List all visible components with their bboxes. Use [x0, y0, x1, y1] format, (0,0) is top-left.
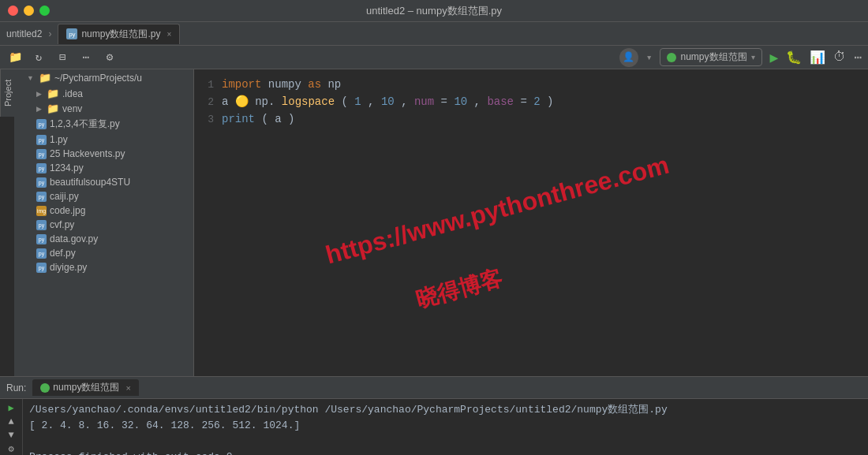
- code-line-3: 3 print ( a ): [194, 110, 868, 128]
- settings-btn[interactable]: ⚙: [101, 49, 118, 66]
- watermark-url: https://www.pythonthree.com: [323, 151, 672, 270]
- project-panel-tab[interactable]: Project: [0, 69, 14, 117]
- debug-button[interactable]: 🐛: [786, 50, 802, 65]
- file-label-7: cvf.py: [50, 219, 74, 230]
- np-ref: np.: [255, 95, 275, 108]
- run-tab-status-icon: [40, 383, 50, 393]
- file-label-5: caiji.py: [50, 191, 79, 202]
- py-file-icon: py: [66, 28, 77, 39]
- tab-close-icon[interactable]: ×: [166, 30, 171, 39]
- main-area: Project ▼ 📁 ~/PycharmProjects/u ▶ 📁 .ide…: [0, 69, 868, 376]
- code-content-2: a 🟡 np. logspace ( 1 , 10 , num = 10 , b…: [222, 93, 553, 110]
- idea-chevron-icon: ▶: [36, 90, 42, 98]
- user-dropdown-arrow[interactable]: ▾: [646, 51, 653, 64]
- sidebar-root-folder[interactable]: ▼ 📁 ~/PycharmProjects/u: [14, 69, 193, 86]
- code-content-3: print ( a ): [222, 110, 294, 128]
- line-num-2: 2: [194, 94, 222, 111]
- root-folder-icon: 📁: [39, 72, 51, 84]
- run-panel-header: Run: numpy数组范围 ×: [0, 377, 868, 399]
- root-chevron-icon: ▼: [27, 74, 34, 82]
- py-icon-2: py: [36, 149, 47, 159]
- py-icon-3: py: [36, 163, 47, 173]
- run-play-button[interactable]: ▶: [770, 49, 779, 66]
- more-btn[interactable]: ⋯: [77, 49, 95, 66]
- output-line-3: Process finished with exit code 0: [29, 449, 862, 455]
- run-config-label: numpy数组范围: [680, 50, 746, 64]
- sync-btn[interactable]: ↻: [30, 49, 47, 66]
- sidebar-item-file-8[interactable]: py data.gov.py: [14, 232, 193, 246]
- sidebar-item-file-0[interactable]: py 1,2,3,4不重复.py: [14, 116, 193, 132]
- run-controls: 👤 ▾ numpy数组范围 ▾ ▶ 🐛 📊 ⏱ ⋯: [619, 48, 862, 67]
- venv-folder-icon: 📁: [47, 103, 59, 114]
- run-config-dropdown[interactable]: numpy数组范围 ▾: [660, 48, 761, 66]
- file-label-2: 25 Hackevents.py: [50, 148, 125, 159]
- sidebar-item-file-4[interactable]: py beautifulsoup4STU: [14, 175, 193, 189]
- root-folder-label: ~/PycharmProjects/u: [54, 73, 142, 84]
- user-icon[interactable]: 👤: [619, 48, 638, 67]
- file-label-3: 1234.py: [50, 162, 84, 173]
- py-icon-8: py: [36, 234, 47, 244]
- print-open: (: [261, 113, 268, 125]
- run-again-button[interactable]: ▶: [3, 402, 19, 414]
- param-num: num: [414, 95, 434, 108]
- py-icon-7: py: [36, 220, 47, 230]
- settings-run-button[interactable]: ⚙: [3, 443, 19, 455]
- scroll-up-button[interactable]: ▲: [3, 416, 19, 427]
- file-label-8: data.gov.py: [50, 233, 98, 244]
- code-line-2: 2 a 🟡 np. logspace ( 1 , 10 , num = 10 ,…: [194, 93, 868, 110]
- file-tab-active[interactable]: py numpy数组范围.py ×: [58, 24, 180, 44]
- collapse-btn[interactable]: ⊟: [54, 49, 71, 66]
- py-icon-9: py: [36, 248, 47, 259]
- profile-button[interactable]: ⏱: [833, 50, 846, 65]
- watermark-cn: 晓得博客: [413, 263, 506, 315]
- close-button[interactable]: [8, 6, 18, 16]
- run-tab[interactable]: numpy数组范围 ×: [32, 379, 138, 396]
- func-print: print: [222, 113, 255, 125]
- scroll-down-button[interactable]: ▼: [3, 430, 19, 441]
- run-panel: Run: numpy数组范围 × ▶ ▲ ▼ ⚙ ↩ 📌 /Users/yanc…: [0, 376, 868, 455]
- code-editor[interactable]: 1 import numpy as np 2 a 🟡 np. logspace …: [194, 69, 868, 376]
- code-lines: 1 import numpy as np 2 a 🟡 np. logspace …: [194, 69, 868, 134]
- assignment-icon: 🟡: [235, 95, 249, 108]
- code-content-1: import numpy as np: [222, 76, 341, 93]
- file-label-10: diyige.py: [50, 262, 87, 273]
- coverage-button[interactable]: 📊: [810, 50, 825, 65]
- sidebar-item-venv[interactable]: ▶ 📁 venv: [14, 101, 193, 116]
- project-tab[interactable]: untitled2: [6, 28, 42, 39]
- file-tab-label: numpy数组范围.py: [81, 28, 160, 41]
- run-output: /Users/yanchao/.conda/envs/untitled2/bin…: [23, 399, 868, 455]
- more-run-options[interactable]: ⋯: [854, 50, 862, 65]
- sidebar-item-file-1[interactable]: py 1.py: [14, 132, 193, 147]
- sidebar-item-file-10[interactable]: py diyige.py: [14, 260, 193, 274]
- idea-folder-label: .idea: [62, 88, 83, 99]
- print-close: ): [288, 113, 294, 125]
- val-10: 10: [454, 95, 467, 108]
- sidebar-item-file-2[interactable]: py 25 Hackevents.py: [14, 147, 193, 161]
- line-num-3: 3: [194, 111, 222, 129]
- output-line-1: [ 2. 4. 8. 16. 32. 64. 128. 256. 512. 10…: [29, 418, 862, 434]
- folder-btn[interactable]: 📁: [6, 49, 24, 66]
- py-icon-4: py: [36, 177, 47, 188]
- keyword-as: as: [308, 78, 321, 91]
- watermark-container: https://www.pythonthree.com 晓得博客: [257, 117, 868, 376]
- sidebar-item-file-3[interactable]: py 1234.py: [14, 161, 193, 175]
- output-line-0: /Users/yanchao/.conda/envs/untitled2/bin…: [29, 402, 862, 418]
- minimize-button[interactable]: [24, 6, 34, 16]
- run-label: Run:: [6, 382, 26, 393]
- toolbar: 📁 ↻ ⊟ ⋯ ⚙ 👤 ▾ numpy数组范围 ▾ ▶ 🐛 📊 ⏱ ⋯: [0, 46, 868, 69]
- comma-1: ,: [368, 95, 374, 108]
- eq-1: =: [441, 95, 455, 108]
- file-label-0: 1,2,3,4不重复.py: [50, 117, 120, 131]
- maximize-button[interactable]: [39, 6, 50, 16]
- code-line-1: 1 import numpy as np: [194, 76, 868, 93]
- venv-chevron-icon: ▶: [36, 105, 42, 113]
- run-tab-close-icon[interactable]: ×: [125, 383, 130, 393]
- project-tabbar: untitled2 › py numpy数组范围.py ×: [0, 22, 868, 46]
- py-icon-10: py: [36, 263, 47, 273]
- sidebar-item-file-6[interactable]: img code.jpg: [14, 203, 193, 218]
- sidebar-item-idea[interactable]: ▶ 📁 .idea: [14, 86, 193, 101]
- sidebar-item-file-9[interactable]: py def.py: [14, 246, 193, 260]
- project-sidebar: ▼ 📁 ~/PycharmProjects/u ▶ 📁 .idea ▶ 📁 ve…: [14, 69, 194, 376]
- sidebar-item-file-5[interactable]: py caiji.py: [14, 189, 193, 203]
- sidebar-item-file-7[interactable]: py cvf.py: [14, 218, 193, 232]
